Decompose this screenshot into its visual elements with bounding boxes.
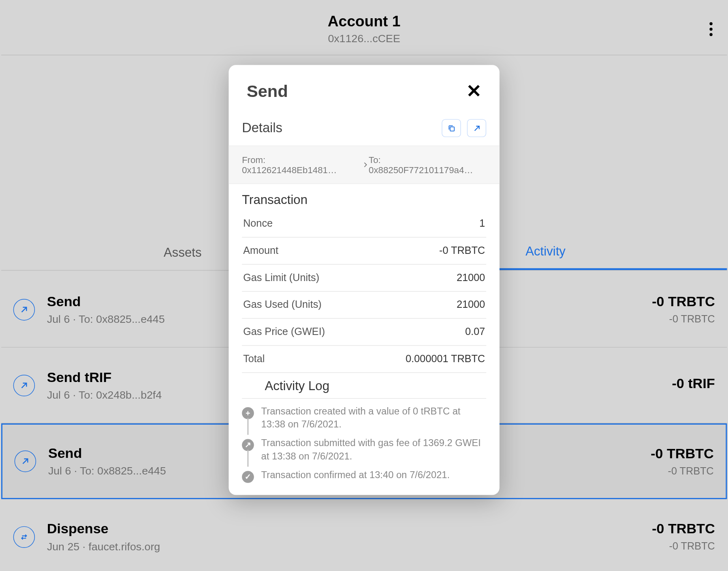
gas-used-value: 21000	[457, 299, 485, 311]
amount-row: Amount -0 TRBTC	[242, 238, 486, 265]
transaction-amount-sub: -0 TRBTC	[652, 541, 715, 553]
send-icon	[15, 451, 36, 472]
modal-title: Send	[247, 82, 288, 101]
transaction-section-title: Transaction	[229, 184, 500, 210]
close-icon: ✕	[466, 81, 481, 101]
transaction-amount-sub: -0 TRBTC	[650, 465, 713, 477]
account-name: Account 1	[328, 13, 401, 30]
transaction-modal: Send ✕ Details From: 0x112621448Eb1481… …	[229, 65, 500, 495]
transaction-row[interactable]: Dispense Jun 25 · faucet.rifos.org -0 TR…	[1, 499, 727, 571]
chevron-right-icon	[362, 160, 369, 170]
total-label: Total	[243, 353, 265, 365]
account-header-center[interactable]: Account 1 0x1126...cCEE	[328, 13, 401, 45]
tab-assets-label: Assets	[164, 245, 201, 260]
total-row: Total 0.000001 TRBTC	[242, 346, 486, 373]
log-connector	[248, 450, 249, 467]
svg-rect-0	[450, 127, 454, 131]
activity-log-item: ↗ Transaction submitted with gas fee of …	[229, 434, 500, 466]
transaction-amount: -0 TRBTC	[652, 521, 715, 537]
nonce-label: Nonce	[243, 218, 273, 230]
activity-log-item: + Transaction created with a value of 0 …	[229, 402, 500, 434]
close-button[interactable]: ✕	[466, 82, 481, 100]
modal-header: Send ✕	[229, 65, 500, 107]
gas-limit-row: Gas Limit (Units) 21000	[242, 265, 486, 292]
gas-used-row: Gas Used (Units) 21000	[242, 292, 486, 319]
gas-price-label: Gas Price (GWEI)	[243, 326, 325, 338]
gas-limit-label: Gas Limit (Units)	[243, 272, 319, 284]
account-address: 0x1126...cCEE	[328, 32, 401, 45]
transaction-subtitle: Jun 25 · faucet.rifos.org	[47, 540, 652, 553]
tab-activity-label: Activity	[526, 244, 566, 259]
to-address[interactable]: To: 0x88250F772101179a4…	[369, 155, 487, 175]
log-created-icon: +	[242, 407, 254, 419]
send-icon	[13, 374, 35, 396]
copy-tx-button[interactable]	[442, 119, 461, 137]
vertical-dots-icon	[709, 22, 712, 36]
copy-icon	[447, 124, 456, 133]
gas-price-row: Gas Price (GWEI) 0.07	[242, 319, 486, 346]
gas-limit-value: 21000	[457, 272, 485, 284]
transaction-amount: -0 TRBTC	[652, 294, 715, 310]
activity-log-title: Activity Log	[242, 373, 486, 399]
send-icon	[13, 298, 35, 320]
details-label: Details	[242, 120, 282, 136]
open-explorer-button[interactable]	[467, 119, 486, 137]
transaction-amount-sub: -0 TRBTC	[652, 313, 715, 326]
account-menu-button[interactable]	[702, 20, 719, 38]
transaction-title: Dispense	[47, 521, 652, 537]
from-address[interactable]: From: 0x112621448Eb1481…	[242, 155, 362, 175]
transaction-amount: -0 tRIF	[672, 375, 715, 391]
external-link-icon	[472, 124, 481, 133]
swap-icon	[13, 526, 35, 547]
log-submitted-icon: ↗	[242, 439, 254, 451]
gas-used-label: Gas Used (Units)	[243, 299, 321, 311]
log-text: Transaction created with a value of 0 tR…	[261, 405, 487, 431]
nonce-row: Nonce 1	[242, 210, 486, 238]
from-to-bar: From: 0x112621448Eb1481… To: 0x88250F772…	[229, 146, 500, 184]
log-text: Transaction confirmed at 13:40 on 7/6/20…	[261, 468, 450, 482]
transaction-amount: -0 TRBTC	[650, 445, 713, 462]
amount-label: Amount	[243, 245, 278, 257]
total-value: 0.000001 TRBTC	[406, 353, 485, 365]
amount-value: -0 TRBTC	[439, 245, 485, 257]
log-confirmed-icon: ✓	[242, 471, 254, 483]
nonce-value: 1	[479, 218, 485, 230]
details-header: Details	[229, 107, 500, 146]
account-header: Account 1 0x1126...cCEE	[1, 3, 727, 55]
app-background: Account 1 0x1126...cCEE Assets Activity …	[0, 0, 728, 571]
gas-price-value: 0.07	[465, 326, 485, 338]
activity-log-item: ✓ Transaction confirmed at 13:40 on 7/6/…	[229, 466, 500, 485]
log-connector	[248, 418, 249, 435]
log-text: Transaction submitted with gas fee of 13…	[261, 436, 487, 463]
